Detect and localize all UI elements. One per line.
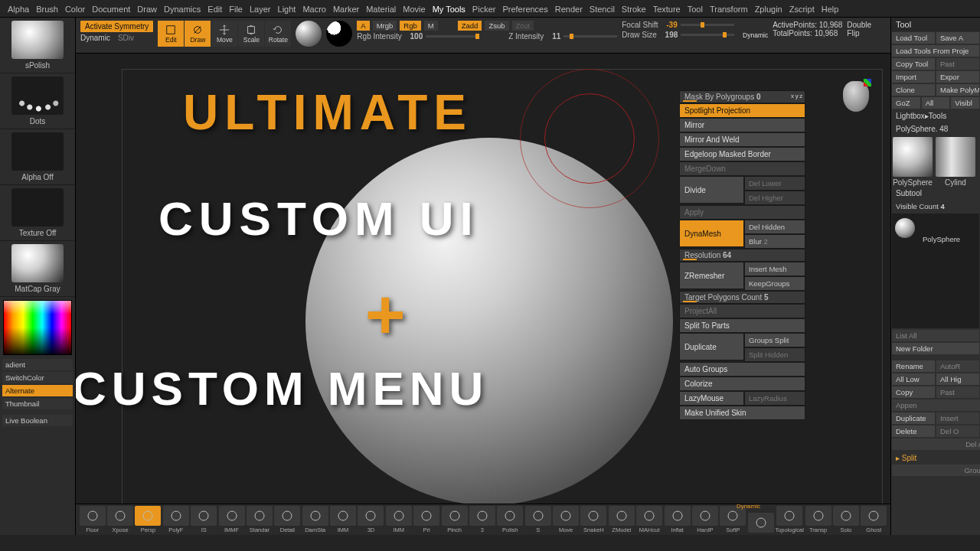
make-polymesh-btn[interactable]: Make PolyMes <box>936 84 979 96</box>
brush-pinch[interactable]: Pinch <box>441 506 468 533</box>
brush-hardp[interactable]: HardP <box>691 506 718 533</box>
all-btn[interactable]: All <box>922 97 950 109</box>
menu-movie[interactable]: Movie <box>403 5 425 14</box>
brush-pri[interactable]: Pri <box>413 506 440 533</box>
activate-symmetry-btn[interactable]: Activate Symmetry <box>80 21 153 32</box>
lightbox-tools-link[interactable]: Lightbox▸Tools <box>891 109 980 122</box>
brush-transp[interactable]: Transp <box>805 506 831 533</box>
brush-is[interactable]: IS <box>191 506 217 533</box>
z-intensity-slider[interactable]: Z Intensity 11 <box>508 32 617 41</box>
menu-draw[interactable]: Draw <box>137 5 157 14</box>
menu-tool[interactable]: Tool <box>688 5 703 14</box>
insert-mesh-btn[interactable]: Insert Mesh <box>744 262 805 276</box>
material-slot[interactable]: MatCap Gray <box>0 241 75 297</box>
auto-reorder-btn[interactable]: AutoR <box>936 360 979 372</box>
mrgb-chip[interactable]: Mrgb <box>373 21 397 31</box>
menu-stroke[interactable]: Stroke <box>622 5 646 14</box>
move-mode-btn[interactable]: Move <box>211 21 237 47</box>
brush-snakeh[interactable]: SnakeH <box>580 506 607 533</box>
brush-move[interactable]: Move <box>552 506 579 533</box>
menu-document[interactable]: Document <box>92 5 130 14</box>
brush-s[interactable]: S <box>524 506 551 533</box>
load-tool-btn[interactable]: Load Tool <box>892 32 935 44</box>
brush-damsta[interactable]: DamSta <box>302 506 328 533</box>
export-btn[interactable]: Expor <box>936 71 979 83</box>
live-boolean-btn[interactable]: Live Boolean <box>2 415 73 426</box>
insert-subtool-btn[interactable]: Insert <box>936 412 979 424</box>
texture-slot[interactable]: Texture Off <box>0 185 75 241</box>
brush-imm[interactable]: IMM <box>385 506 412 533</box>
flip-btn[interactable]: Flip <box>847 29 871 37</box>
colorize-btn[interactable]: Colorize <box>679 377 805 391</box>
import-btn[interactable]: Import <box>892 71 935 83</box>
save-as-btn[interactable]: Save A <box>936 32 979 44</box>
brush-softp[interactable]: SoftP <box>720 506 746 533</box>
stroke-slot[interactable]: Dots <box>0 73 75 129</box>
mirror-btn[interactable]: Mirrorx y z <box>679 118 805 132</box>
alternate-btn[interactable]: Alternate <box>2 385 73 396</box>
brush-3d[interactable]: 3D <box>358 506 384 533</box>
draw-mode-btn[interactable]: Draw <box>185 21 211 47</box>
mirror-weld-btn[interactable]: Mirror And Weldx y z <box>679 132 805 147</box>
a-chip[interactable]: A <box>357 21 369 31</box>
split-section[interactable]: ▸ Split <box>891 452 980 464</box>
zadd-chip[interactable]: Zadd <box>458 21 482 31</box>
visible-btn[interactable]: Visibl <box>951 97 979 109</box>
subtool-list[interactable]: PolySphere <box>892 214 979 328</box>
double-btn[interactable]: Double <box>847 21 871 29</box>
copy-subtool-btn[interactable]: Copy <box>892 386 935 398</box>
keep-groups-btn[interactable]: KeepGroups <box>744 276 805 291</box>
alpha-slot[interactable]: Alpha Off <box>0 129 75 185</box>
zremesher-btn[interactable]: ZRemesher <box>679 262 744 289</box>
paste-subtool-btn[interactable]: Past <box>936 386 979 398</box>
auto-groups-btn[interactable]: Auto Groups <box>679 362 805 377</box>
copy-tool-btn[interactable]: Copy Tool <box>892 58 935 70</box>
apply-btn[interactable]: Apply <box>679 205 805 220</box>
menu-marker[interactable]: Marker <box>333 5 359 14</box>
duplicate-btn[interactable]: Duplicate <box>679 333 744 360</box>
target-poly-slider[interactable]: Target Polygons Count 5 <box>679 291 805 304</box>
brush-solo[interactable]: Solo <box>832 506 859 533</box>
brush-ghost[interactable]: Ghost <box>861 506 887 533</box>
menu-texture[interactable]: Texture <box>653 5 681 14</box>
split-to-parts-btn[interactable]: Split To Parts <box>679 318 805 333</box>
goz-btn[interactable]: GoZ <box>892 97 920 109</box>
brush-3[interactable]: 3 <box>469 506 495 533</box>
draw-size-slider[interactable]: Draw Size 198 Dynamic <box>622 31 768 39</box>
duplicate-subtool-btn[interactable]: Duplicate <box>892 412 935 424</box>
brush-floor[interactable]: Floor <box>79 506 106 533</box>
tool-thumb-cylinder[interactable] <box>936 137 975 177</box>
menu-edit[interactable]: Edit <box>207 5 222 14</box>
menu-layer[interactable]: Layer <box>250 5 271 14</box>
switch-color-btn[interactable]: SwitchColor <box>2 372 73 383</box>
edit-mode-btn[interactable]: Edit <box>158 21 184 47</box>
edgeloop-masked-btn[interactable]: Edgeloop Masked Border <box>679 147 805 161</box>
material-swatch-a[interactable] <box>296 21 322 47</box>
menu-alpha[interactable]: Alpha <box>8 5 29 14</box>
blur-btn[interactable]: Blur 2 <box>744 234 805 249</box>
menu-my-tools[interactable]: My Tools <box>433 5 466 14</box>
menu-zscript[interactable]: Zscript <box>789 5 815 14</box>
menu-dynamics[interactable]: Dynamics <box>164 5 201 14</box>
menu-stencil[interactable]: Stencil <box>590 5 615 14</box>
rotate-mode-btn[interactable]: Rotate <box>265 21 291 47</box>
merge-down-btn[interactable]: MergeDown <box>679 161 805 176</box>
menu-material[interactable]: Material <box>366 5 396 14</box>
groups-split-btn[interactable]: Groups Split <box>744 333 805 347</box>
brush-zmodel[interactable]: ZModel <box>608 506 635 533</box>
brush-imm[interactable]: IMM <box>329 506 356 533</box>
append-btn[interactable]: Appen <box>892 399 980 411</box>
brush-slot[interactable]: sPolish <box>0 18 75 73</box>
dynamesh-btn[interactable]: DynaMesh <box>679 220 744 247</box>
new-folder-btn[interactable]: New Folder <box>892 343 979 354</box>
tool-thumb-polysphere[interactable] <box>893 137 933 177</box>
material-swatch-b[interactable] <box>326 21 352 47</box>
menu-macro[interactable]: Macro <box>302 5 326 14</box>
del-lower-btn[interactable]: Del Lower <box>744 176 805 191</box>
brush-detail[interactable]: Detail <box>274 506 301 533</box>
paste-tool-btn[interactable]: Past <box>936 58 979 70</box>
list-all-btn[interactable]: List All <box>892 330 979 341</box>
brush-immf[interactable]: IMMF <box>218 506 245 533</box>
split-hidden-btn[interactable]: Split Hidden <box>744 347 805 362</box>
m-chip[interactable]: M <box>424 21 438 31</box>
